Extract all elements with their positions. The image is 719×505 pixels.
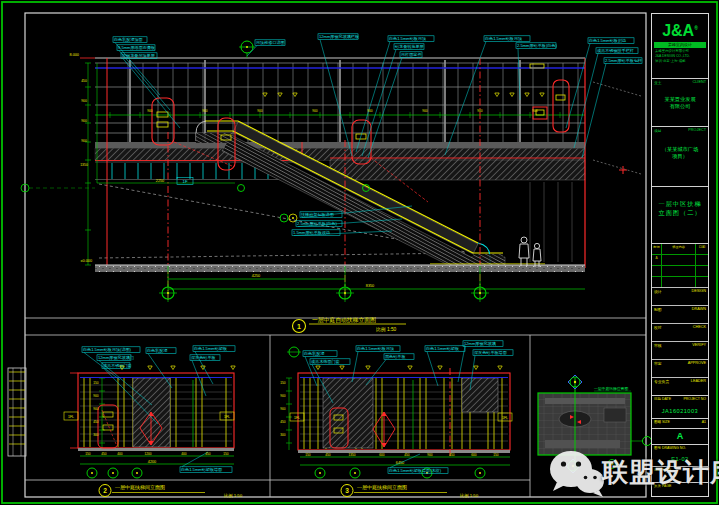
annotation-text: 2.5mm厚铝单板(白色) <box>517 43 557 48</box>
dim-text: 900 <box>427 453 433 457</box>
level-triangle-icon <box>340 366 344 370</box>
dim-text: 450 <box>81 79 87 83</box>
level-triangle-icon <box>540 93 544 97</box>
level-triangle-icon <box>495 93 499 97</box>
level-triangle-icon <box>278 93 282 97</box>
level-tag: 1F <box>183 179 188 184</box>
dim-text: 450 <box>404 453 410 457</box>
level-triangle-icon <box>148 366 152 370</box>
project-header: 项目PROJECT <box>652 126 708 136</box>
leader-line <box>362 50 396 157</box>
annotation-text: 深灰色铝单板 <box>191 355 216 360</box>
project-no-value: JA16021003 <box>652 405 708 418</box>
dim-text: 900 <box>422 109 428 113</box>
annotation-text: 白色乳胶漆 <box>147 348 167 354</box>
level-triangle-icon <box>231 366 235 370</box>
cad-linework: 1F 8.000 ±0.000 2250 4250 8350 1 一层中庭自动扶… <box>0 0 719 505</box>
annotation-text: 深灰色铝单板墙面 <box>474 350 507 355</box>
dim-text: 900 <box>81 139 87 143</box>
sign-row: 审定APPROVE <box>652 359 708 377</box>
dim-text: 450 <box>205 452 211 456</box>
sign-row: 审核VERIFY <box>652 341 708 359</box>
sheet-title: 一层中区扶梯 立面图（二） <box>652 186 708 243</box>
annotation-text: 白色1.5mm铝塑板墙面(木纹) <box>389 468 442 473</box>
level-triangle-icon <box>438 366 442 370</box>
projection-dashed-line <box>99 253 466 258</box>
drawing-sheet: 1F 8.000 ±0.000 2250 4250 8350 1 一层中庭自动扶… <box>0 0 719 505</box>
dim-text: 600 <box>379 453 385 457</box>
dim-text: 300 <box>93 433 99 437</box>
level-value: 8.000 <box>69 53 79 57</box>
annotation-text: 成品木饰面门套 <box>311 359 340 364</box>
view-number: 3 <box>345 487 349 494</box>
annotation-text: 白色1.5mm铝板吊顶 <box>357 346 394 351</box>
elevation-view3: 1FL 1FL 6450 <box>286 347 512 465</box>
annotation-text: 白色1.5mm铝塑板 <box>426 346 459 351</box>
annotation-text: 白色1.5mm铝塑板 <box>194 346 227 351</box>
dim-text: 900 <box>257 109 263 113</box>
leader-line <box>427 352 438 387</box>
dim-text: 450 <box>101 452 107 456</box>
dim-text: 900 <box>93 394 99 398</box>
level-triangle-icon <box>510 93 514 97</box>
annotation-text: 吊顶检修口详图 <box>256 40 285 45</box>
dim-text: 450 <box>325 453 331 457</box>
leader-line <box>458 347 465 383</box>
level-triangle-icon <box>366 366 370 370</box>
level-triangle-icon <box>293 93 297 97</box>
annotation-text: 白色乳胶漆顶面 <box>114 37 143 43</box>
annotation-text: 铝龙骨转换基层 <box>394 44 424 49</box>
annotation-text: 轻钢龙骨吊顶基层 <box>122 53 155 58</box>
key-plan: 一层中庭扶梯位置图 <box>538 375 652 473</box>
floor-band <box>95 265 585 272</box>
annotation-text: 白色1.5mm铝塑板墙面 <box>181 467 222 472</box>
dim-text: 900 <box>81 119 87 123</box>
key-plan-label: 一层中庭扶梯位置图 <box>594 386 628 391</box>
dim-text: 600 <box>471 453 477 457</box>
date-row: 日期 DATE <box>652 466 708 482</box>
dim-text: 900 <box>280 394 286 398</box>
page-row: 页次 PAGE <box>652 482 708 497</box>
view-scale: 比例 1:50 <box>376 327 397 333</box>
annotation-text: 12mm厚钢化玻璃门 <box>98 355 134 360</box>
company-logo: J&A® 姜峰室内设计 姜峰室内设计有限公司 J&A DESIGN CO.,LT… <box>652 14 708 78</box>
logo-text: J&A® <box>652 14 708 41</box>
dim-text: 900 <box>147 109 153 113</box>
view-title-text: 一层中庭自动扶梯立面图 <box>312 316 376 324</box>
leader-line <box>119 51 170 111</box>
level-tag: 1FL <box>294 416 300 420</box>
sign-row: 制图DRAWN <box>652 305 708 323</box>
level-triangle-icon <box>525 93 529 97</box>
level-triangle-icon <box>408 366 412 370</box>
logo-address-line: 深圳·北京·上海·成都 <box>652 59 708 64</box>
edge-detail-strip <box>8 368 26 456</box>
revision-table: 标记 修改内容 日期 Δ <box>652 243 708 287</box>
drawing-no-value: E1-02 <box>652 453 708 466</box>
level-triangle-icon <box>474 366 478 370</box>
annotation-text: 12mm厚钢化玻璃 <box>464 341 496 346</box>
dim-text: 900 <box>280 407 286 411</box>
dim-text: 1200 <box>144 452 151 456</box>
dim-text: 150 <box>85 452 91 456</box>
logo-band: 姜峰室内设计 <box>654 42 706 48</box>
client-name: 某某置业发展 有限公司 <box>652 88 708 126</box>
dim-text: 900 <box>312 109 318 113</box>
view-number: 1 <box>297 323 301 330</box>
level-tag: 1FL <box>502 416 508 420</box>
annotation-text: 白色1.5mm铝板封边 <box>589 38 626 43</box>
view-number: 2 <box>103 487 107 494</box>
level-triangle-icon <box>498 366 502 370</box>
view2-title: 2 一层中庭扶梯间立面图 比例 1:50 <box>99 484 243 499</box>
level-tag: 1FL <box>68 415 74 419</box>
drawing-no-header: 图号 DRAWING NO. <box>652 444 708 453</box>
dim-text: 150 <box>493 453 499 457</box>
annotation-text: 黑色铝单板 <box>385 354 405 359</box>
level-triangle-icon <box>263 93 267 97</box>
level-tag: 1FL <box>224 415 230 419</box>
sign-row: 专业负责LEADER <box>652 377 708 395</box>
revision-letter: A <box>652 428 708 444</box>
view-title-text: 一层中庭扶梯间立面图 <box>357 484 407 491</box>
dim-text: 150 <box>93 381 99 385</box>
dim-text: 4250 <box>252 274 260 278</box>
dim-text: 450 <box>93 420 99 424</box>
